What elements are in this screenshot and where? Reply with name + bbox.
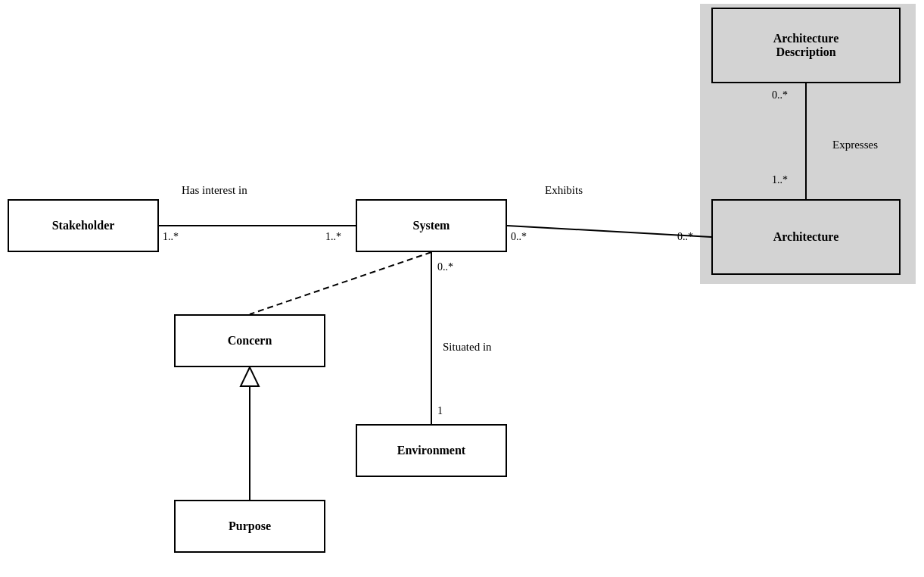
architecture-box: Architecture (711, 199, 901, 275)
concern-box: Concern (174, 314, 325, 367)
mult-arch-desc-bottom: 0..* (772, 89, 788, 101)
environment-box: Environment (356, 424, 507, 477)
stakeholder-box: Stakeholder (8, 199, 159, 252)
purpose-box: Purpose (174, 500, 325, 553)
mult-env-top: 1 (437, 405, 443, 417)
mult-system-exhibits: 0..* (511, 231, 527, 243)
exhibits-label: Exhibits (545, 184, 583, 197)
purpose-label: Purpose (229, 519, 271, 533)
environment-label: Environment (397, 444, 465, 457)
svg-marker-7 (241, 367, 259, 386)
architecture-description-box: Architecture Description (711, 8, 901, 83)
mult-system-situated: 0..* (437, 261, 453, 273)
architecture-description-label: Architecture Description (773, 32, 838, 59)
mult-arch-top: 1..* (772, 174, 788, 186)
uml-diagram: Architecture Description Architecture St… (0, 0, 924, 577)
stakeholder-label: Stakeholder (52, 219, 115, 232)
system-label: System (413, 219, 450, 232)
svg-line-2 (250, 252, 431, 314)
concern-label: Concern (228, 334, 272, 348)
architecture-label: Architecture (773, 230, 838, 244)
system-box: System (356, 199, 507, 252)
situated-in-label: Situated in (443, 341, 492, 354)
mult-arch-exhibits: 0..* (677, 231, 693, 243)
mult-system-left: 1..* (325, 231, 341, 243)
has-interest-in-label: Has interest in (182, 184, 247, 197)
expresses-label: Expresses (832, 139, 878, 151)
mult-stakeholder-right: 1..* (163, 231, 179, 243)
diagram-lines (0, 0, 924, 577)
